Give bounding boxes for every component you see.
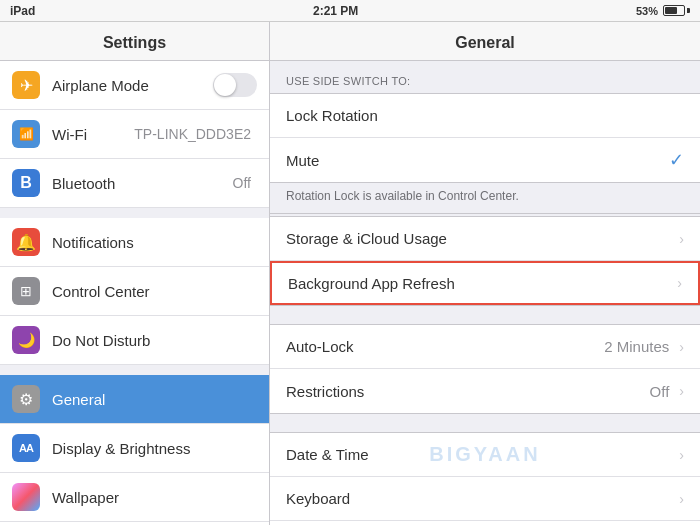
- section-header-side-switch: USE SIDE SWITCH TO:: [270, 61, 700, 93]
- restrictions-label: Restrictions: [286, 383, 650, 400]
- auto-lock-chevron-icon: ›: [679, 339, 684, 355]
- bluetooth-label: Bluetooth: [52, 175, 233, 192]
- keyboard-chevron-icon: ›: [679, 491, 684, 507]
- settings-list: ✈ Airplane Mode 📶 Wi-Fi TP-LINK_DDD3E2 B…: [0, 61, 269, 525]
- sidebar-item-airplane-mode[interactable]: ✈ Airplane Mode: [0, 61, 269, 110]
- mute-item[interactable]: Mute ✓: [270, 138, 700, 182]
- sidebar-item-wifi[interactable]: 📶 Wi-Fi TP-LINK_DDD3E2: [0, 110, 269, 159]
- notifications-icon: 🔔: [12, 228, 40, 256]
- wallpaper-icon: [12, 483, 40, 511]
- display-icon: AA: [12, 434, 40, 462]
- control-center-icon: ⊞: [12, 277, 40, 305]
- device-label: iPad: [10, 4, 35, 18]
- auto-lock-item[interactable]: Auto-Lock 2 Minutes ›: [270, 325, 700, 369]
- sidebar-item-general[interactable]: ⚙ General: [0, 375, 269, 424]
- left-panel: Settings ✈ Airplane Mode 📶 Wi-Fi TP-LINK…: [0, 22, 270, 525]
- sidebar-item-display-brightness[interactable]: AA Display & Brightness: [0, 424, 269, 473]
- background-refresh-label: Background App Refresh: [288, 275, 673, 292]
- wifi-label: Wi-Fi: [52, 126, 134, 143]
- lock-rotation-item[interactable]: Lock Rotation: [270, 94, 700, 138]
- general-label: General: [52, 391, 257, 408]
- restrictions-chevron-icon: ›: [679, 383, 684, 399]
- lock-restrictions-group: Auto-Lock 2 Minutes › Restrictions Off ›: [270, 324, 700, 414]
- status-bar: iPad 2:21 PM 53%: [0, 0, 700, 22]
- mute-checkmark: ✓: [669, 149, 684, 171]
- language-region-item[interactable]: Language & Region ›: [270, 521, 700, 525]
- battery-percent: 53%: [636, 5, 658, 17]
- rotation-note: Rotation Lock is available in Control Ce…: [270, 183, 700, 214]
- bluetooth-value: Off: [233, 175, 251, 191]
- storage-icloud-item[interactable]: Storage & iCloud Usage ›: [270, 217, 700, 261]
- sidebar-item-control-center[interactable]: ⊞ Control Center: [0, 267, 269, 316]
- storage-group: Storage & iCloud Usage › Background App …: [270, 216, 700, 306]
- main-layout: Settings ✈ Airplane Mode 📶 Wi-Fi TP-LINK…: [0, 22, 700, 525]
- auto-lock-label: Auto-Lock: [286, 338, 604, 355]
- do-not-disturb-label: Do Not Disturb: [52, 332, 257, 349]
- right-panel: General USE SIDE SWITCH TO: Lock Rotatio…: [270, 22, 700, 525]
- battery-icon: [663, 5, 690, 16]
- lock-rotation-label: Lock Rotation: [286, 107, 684, 124]
- wifi-icon: 📶: [12, 120, 40, 148]
- restrictions-value: Off: [650, 383, 670, 400]
- date-time-item[interactable]: Date & Time BIGYAAN ›: [270, 433, 700, 477]
- date-keyboard-group: Date & Time BIGYAAN › Keyboard › Languag…: [270, 432, 700, 525]
- wallpaper-label: Wallpaper: [52, 489, 257, 506]
- display-label: Display & Brightness: [52, 440, 257, 457]
- sidebar-item-bluetooth[interactable]: B Bluetooth Off: [0, 159, 269, 208]
- sidebar-item-do-not-disturb[interactable]: 🌙 Do Not Disturb: [0, 316, 269, 365]
- side-switch-group: Lock Rotation Mute ✓: [270, 93, 700, 183]
- time-label: 2:21 PM: [313, 4, 358, 18]
- sidebar-item-wallpaper[interactable]: Wallpaper: [0, 473, 269, 522]
- restrictions-item[interactable]: Restrictions Off ›: [270, 369, 700, 413]
- status-right: 53%: [636, 5, 690, 17]
- airplane-mode-icon: ✈: [12, 71, 40, 99]
- airplane-mode-toggle[interactable]: [213, 73, 257, 97]
- left-panel-title: Settings: [0, 22, 269, 61]
- keyboard-item[interactable]: Keyboard ›: [270, 477, 700, 521]
- control-center-label: Control Center: [52, 283, 257, 300]
- right-panel-title: General: [270, 22, 700, 61]
- airplane-mode-label: Airplane Mode: [52, 77, 213, 94]
- notifications-label: Notifications: [52, 234, 257, 251]
- right-panel-content: USE SIDE SWITCH TO: Lock Rotation Mute ✓…: [270, 61, 700, 525]
- mute-label: Mute: [286, 152, 669, 169]
- bluetooth-icon: B: [12, 169, 40, 197]
- auto-lock-value: 2 Minutes: [604, 338, 669, 355]
- general-icon: ⚙: [12, 385, 40, 413]
- keyboard-label: Keyboard: [286, 490, 675, 507]
- background-refresh-item[interactable]: Background App Refresh ›: [270, 261, 700, 305]
- sidebar-item-notifications[interactable]: 🔔 Notifications: [0, 218, 269, 267]
- background-refresh-chevron-icon: ›: [677, 275, 682, 291]
- wifi-value: TP-LINK_DDD3E2: [134, 126, 251, 142]
- storage-icloud-label: Storage & iCloud Usage: [286, 230, 675, 247]
- date-time-chevron-icon: ›: [679, 447, 684, 463]
- date-time-label: Date & Time: [286, 446, 675, 463]
- storage-chevron-icon: ›: [679, 231, 684, 247]
- do-not-disturb-icon: 🌙: [12, 326, 40, 354]
